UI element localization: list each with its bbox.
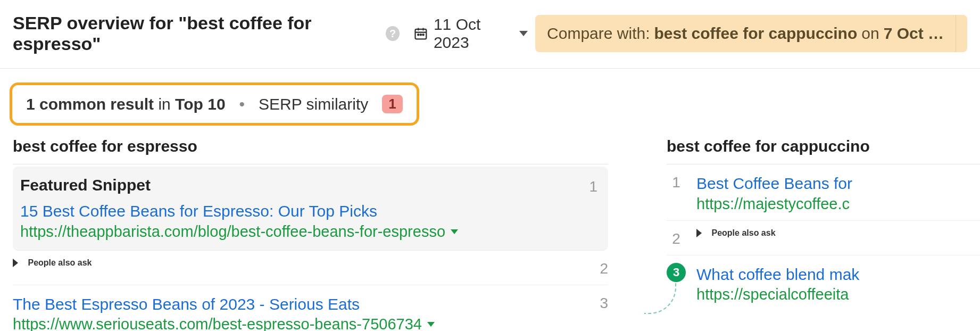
- left-column-heading: best coffee for espresso: [13, 137, 608, 164]
- svg-point-5: [420, 34, 421, 35]
- header-bar: SERP overview for "best coffee for espre…: [0, 0, 980, 69]
- compare-pill: Compare with: best coffee for cappuccino…: [535, 15, 967, 52]
- page-title: SERP overview for "best coffee for espre…: [13, 13, 400, 54]
- result-title-link[interactable]: What coffee blend mak: [696, 263, 980, 286]
- rank-number: 1: [576, 176, 597, 195]
- rank-number: 3: [587, 293, 608, 312]
- result-url[interactable]: https://theappbarista.com/blog/best-coff…: [20, 223, 576, 241]
- result-url[interactable]: https://majestycoffee.c: [696, 195, 980, 213]
- people-also-ask-row[interactable]: People also ask 2: [13, 251, 608, 285]
- close-compare-button[interactable]: [956, 15, 967, 52]
- result-url[interactable]: https://specialcoffeeita: [696, 286, 980, 303]
- compare-date: 7 Oct …: [884, 24, 944, 43]
- result-title-link[interactable]: Best Coffee Beans for: [696, 172, 980, 195]
- rank-number: 2: [587, 258, 608, 277]
- people-also-ask-row[interactable]: 2 People also ask: [667, 221, 980, 255]
- expand-caret-icon: [13, 259, 18, 267]
- svg-point-6: [423, 34, 424, 35]
- serp-similarity-badge: 1: [382, 95, 402, 113]
- result-row: 3 What coffee blend mak https://specialc…: [667, 255, 980, 311]
- result-title-link[interactable]: The Best Espresso Beans of 2023 - Seriou…: [13, 293, 587, 316]
- serp-similarity-label: SERP similarity: [259, 95, 368, 113]
- calendar-icon: [413, 26, 428, 42]
- common-result-count: 1 common result: [26, 95, 154, 113]
- date-picker[interactable]: 11 Oct 2023: [413, 15, 528, 52]
- featured-snippet-row: Featured Snippet 15 Best Coffee Beans fo…: [13, 167, 608, 251]
- help-icon[interactable]: ?: [386, 26, 400, 41]
- result-title-link[interactable]: 15 Best Coffee Beans for Espresso: Our T…: [20, 200, 576, 223]
- result-row: The Best Espresso Beans of 2023 - Seriou…: [13, 285, 608, 332]
- right-column-heading: best coffee for cappuccino: [667, 137, 980, 164]
- people-also-ask-label: People also ask: [28, 258, 92, 267]
- date-value: 11 Oct 2023: [434, 15, 514, 52]
- chevron-down-icon: [427, 322, 435, 327]
- rank-number: 1: [667, 172, 686, 191]
- featured-snippet-label: Featured Snippet: [20, 176, 576, 200]
- serp-columns: best coffee for espresso Featured Snippe…: [0, 137, 980, 331]
- rank-circle-match: 3: [667, 263, 686, 282]
- serp-column-left: best coffee for espresso Featured Snippe…: [13, 137, 608, 331]
- stats-summary: 1 common result in Top 10 • SERP similar…: [10, 82, 419, 126]
- compare-prefix: Compare with:: [547, 24, 650, 43]
- serp-column-right: best coffee for cappuccino 1 Best Coffee…: [667, 137, 980, 331]
- people-also-ask-label: People also ask: [711, 228, 775, 237]
- result-url[interactable]: https://www.seriouseats.com/best-espress…: [13, 316, 587, 331]
- rank-number: 2: [667, 228, 686, 247]
- result-row: 1 Best Coffee Beans for https://majestyc…: [667, 164, 980, 221]
- chevron-down-icon: [451, 229, 458, 234]
- match-connector-line: [644, 282, 676, 314]
- chevron-down-icon: [519, 31, 528, 36]
- compare-keyword: best coffee for cappuccino: [654, 24, 858, 43]
- expand-caret-icon: [696, 229, 702, 237]
- svg-point-4: [418, 34, 419, 35]
